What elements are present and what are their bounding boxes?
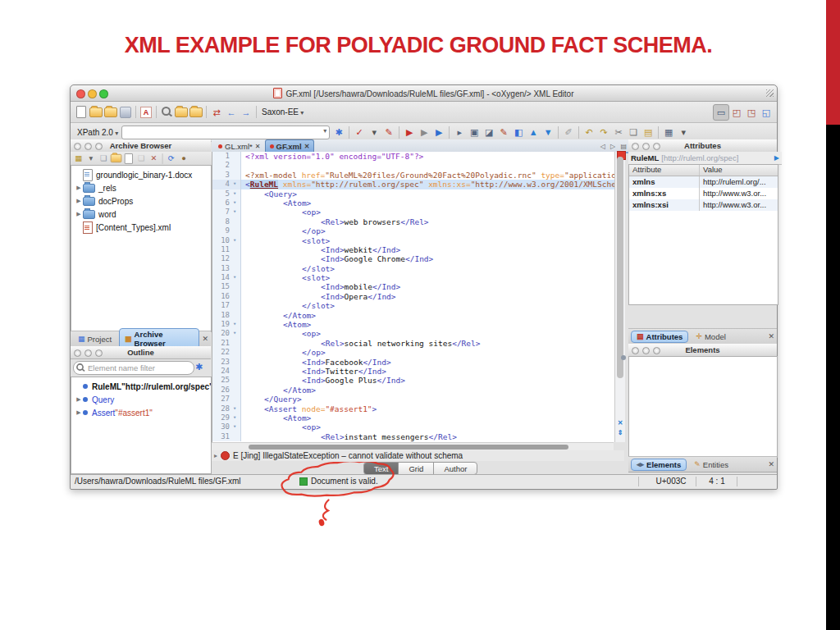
- archive-dropdown-icon[interactable]: ▾: [84, 152, 97, 164]
- gutter[interactable]: 20▾: [212, 329, 241, 338]
- archive-tree-item[interactable]: ▶_rels: [71, 181, 211, 194]
- expand-arrow-icon[interactable]: ▶: [75, 185, 83, 191]
- gutter[interactable]: 7▾: [212, 208, 241, 217]
- fold-toggle-icon[interactable]: ▾: [230, 422, 240, 431]
- refresh-icon[interactable]: ⟳: [165, 152, 177, 164]
- archive-tree-item[interactable]: groundlogic_binary-1.docx: [71, 168, 211, 181]
- pdf-validate-icon[interactable]: A: [139, 105, 153, 120]
- new-archive-icon[interactable]: ▦: [72, 152, 84, 164]
- resize-icon[interactable]: [766, 89, 774, 97]
- attribute-row[interactable]: xmlns:xsihttp://www.w3.or...: [629, 199, 778, 211]
- vertical-scrollbar[interactable]: ✕ ⇕: [614, 152, 625, 442]
- xpath-version-selector[interactable]: XPath 2.0: [77, 128, 118, 137]
- open-recent-icon[interactable]: [189, 105, 203, 120]
- xpath-input[interactable]: [121, 126, 330, 139]
- forward-icon[interactable]: →: [239, 105, 253, 120]
- tab-scroll-icons[interactable]: ◁ ▷ ▤: [600, 143, 631, 150]
- code-line-10[interactable]: 10▾<slot>: [212, 236, 614, 245]
- panel-buttons[interactable]: [632, 347, 660, 354]
- gutter[interactable]: 27: [212, 395, 241, 404]
- mode-tab-grid[interactable]: Grid: [399, 463, 434, 474]
- code-line-20[interactable]: 20▾<op>: [212, 329, 614, 338]
- fold-toggle-icon[interactable]: ▾: [230, 413, 240, 422]
- expand-arrow-icon[interactable]: ▶: [75, 409, 83, 416]
- window-titlebar[interactable]: GF.xml [/Users/hawra/Downloads/RuleML fi…: [71, 85, 777, 102]
- validation-error-row[interactable]: ▸ E [Jing] IllegalStateException – canno…: [212, 450, 624, 461]
- attributes-table[interactable]: Attribute Value xmlnshttp://ruleml.org/.…: [628, 164, 778, 305]
- horizontal-scroll-thumb[interactable]: [249, 445, 568, 450]
- save-icon[interactable]: [118, 105, 133, 120]
- attribute-row[interactable]: xmlnshttp://ruleml.org/...: [629, 176, 778, 188]
- new-document-icon[interactable]: [74, 105, 89, 120]
- panel-buttons[interactable]: [632, 143, 660, 150]
- elements-panel[interactable]: [628, 356, 778, 458]
- code-line-21[interactable]: 21<Rel>social networking sites</Rel>: [212, 339, 614, 348]
- archive-tree-item[interactable]: ▶docProps: [71, 194, 211, 208]
- find-in-files-icon[interactable]: [174, 105, 189, 120]
- code-line-6[interactable]: 6▾<Atom>: [212, 199, 614, 208]
- outline-item[interactable]: ▶Query: [71, 393, 211, 406]
- compare-icon[interactable]: ▦: [661, 125, 676, 139]
- format-indent-icon[interactable]: ▸: [452, 125, 467, 139]
- mode-tab-author[interactable]: Author: [434, 463, 477, 474]
- panel-buttons[interactable]: [74, 143, 103, 150]
- gutter[interactable]: 13: [212, 264, 241, 273]
- code-line-7[interactable]: 7▾<op>: [212, 208, 614, 217]
- code-line-25[interactable]: 25<Ind>Google Plus</Ind>: [212, 376, 614, 385]
- tab-attributes[interactable]: ▤Attributes: [631, 331, 688, 343]
- outline-tree[interactable]: RuleML "http://ruleml.org/spec"▶Query▶As…: [71, 377, 212, 474]
- more-dropdown-icon[interactable]: ▾: [676, 125, 691, 139]
- attribute-row[interactable]: xmlns:xshttp://www.w3.or...: [629, 188, 778, 199]
- fold-toggle-icon[interactable]: ▾: [230, 208, 240, 217]
- code-line-8[interactable]: 8<Rel>web browsers</Rel>: [212, 217, 614, 226]
- code-line-2[interactable]: 2: [212, 161, 614, 170]
- code-line-15[interactable]: 15<Ind>mobile</Ind>: [212, 282, 614, 291]
- fold-toggle-icon[interactable]: ▾: [230, 236, 240, 245]
- gutter[interactable]: 4▾: [212, 180, 241, 189]
- tab-model[interactable]: ✛Model: [691, 331, 730, 342]
- code-line-22[interactable]: 22</op>: [212, 348, 614, 357]
- validate-dropdown-icon[interactable]: ▾: [367, 125, 381, 139]
- gutter[interactable]: 2: [212, 161, 241, 170]
- gutter[interactable]: 18: [212, 311, 241, 320]
- edit-attributes-icon[interactable]: ✐: [561, 125, 576, 139]
- archive-view-icon[interactable]: ◰: [729, 105, 744, 120]
- vertical-scroll-thumb[interactable]: [617, 157, 623, 378]
- gutter[interactable]: 22: [212, 348, 241, 357]
- run-scenario-icon[interactable]: ▶: [431, 125, 446, 139]
- tab-elements[interactable]: ◂▸Elements: [631, 459, 687, 471]
- gutter[interactable]: 29▾: [212, 413, 241, 422]
- code-line-12[interactable]: 12<Ind>Google Chrome</Ind>: [212, 254, 614, 263]
- tab-project[interactable]: ▦Project: [73, 334, 116, 345]
- code-line-9[interactable]: 9</op>: [212, 226, 614, 235]
- open-folder-icon[interactable]: [89, 105, 103, 120]
- options-icon[interactable]: ●: [177, 152, 189, 164]
- mode-tab-text[interactable]: Text: [364, 463, 399, 474]
- fold-toggle-icon[interactable]: ▾: [230, 273, 240, 282]
- code-line-17[interactable]: 17</slot>: [212, 301, 614, 310]
- code-line-23[interactable]: 23<Ind>Facebook</Ind>: [212, 358, 614, 367]
- gutter[interactable]: 25: [212, 376, 241, 385]
- add-files-icon[interactable]: ❏: [98, 152, 110, 164]
- gutter[interactable]: 16: [212, 292, 241, 301]
- gutter[interactable]: 26: [212, 386, 241, 395]
- panel-buttons[interactable]: [74, 349, 103, 357]
- search-icon[interactable]: [159, 105, 174, 120]
- gutter[interactable]: 11: [212, 245, 241, 254]
- gutter[interactable]: 6▾: [212, 199, 241, 208]
- fold-toggle-icon[interactable]: ▾: [230, 404, 240, 413]
- expand-arrow-icon[interactable]: ▶: [75, 396, 83, 403]
- close-panel-icon[interactable]: ✕: [768, 332, 774, 340]
- code-line-11[interactable]: 11<Ind>webkit</Ind>: [212, 245, 614, 254]
- archive-view2-icon[interactable]: ◳: [744, 105, 759, 120]
- code-line-4[interactable]: 4▾<RuleML xmlns="http://ruleml.org/spec"…: [212, 180, 614, 189]
- new-entry-icon[interactable]: [122, 152, 135, 164]
- code-line-19[interactable]: 19▾<Atom>: [212, 320, 614, 329]
- close-split-icon[interactable]: ✕: [615, 419, 625, 427]
- code-line-14[interactable]: 14▾<slot>: [212, 273, 614, 282]
- xpath-settings-icon[interactable]: ✱: [331, 125, 346, 139]
- generate-doc-icon[interactable]: ◧: [511, 125, 526, 139]
- code-line-30[interactable]: 30▾<op>: [212, 422, 614, 431]
- gutter[interactable]: 5▾: [212, 189, 241, 199]
- paste-icon[interactable]: ▤: [641, 125, 655, 139]
